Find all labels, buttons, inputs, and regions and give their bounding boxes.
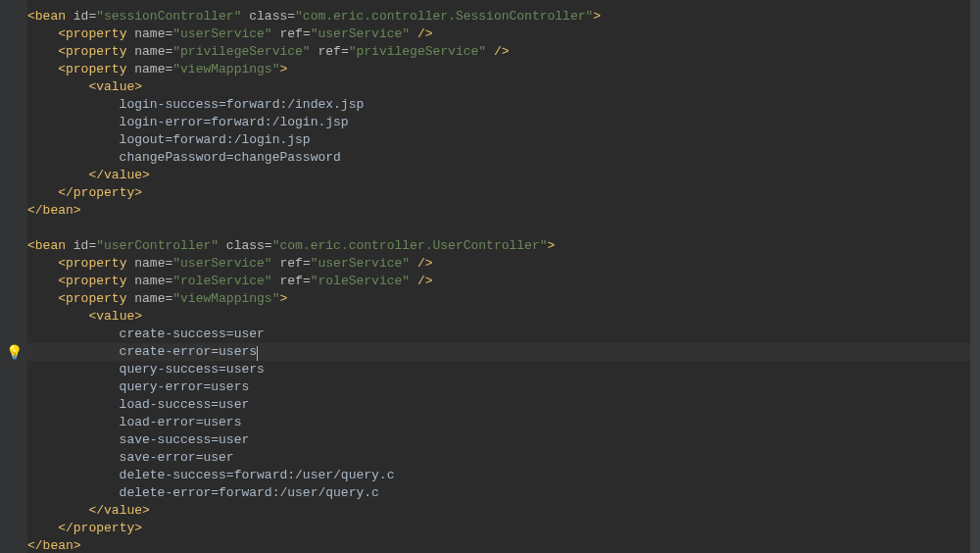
xml-tag: > [279, 62, 287, 76]
xml-tag: </value> [88, 168, 149, 182]
xml-text: load-success=user [27, 397, 249, 412]
xml-attr: ref= [272, 26, 311, 41]
xml-attr: class= [241, 9, 295, 24]
xml-tag: <property [58, 291, 134, 306]
xml-text: save-error=user [27, 450, 234, 465]
xml-tag: /> [486, 44, 509, 59]
editor-gutter [0, 0, 27, 553]
xml-text: load-error=users [27, 415, 241, 429]
xml-tag: <bean [27, 238, 74, 253]
xml-tag: </value> [88, 503, 149, 518]
xml-tag: </property> [58, 521, 142, 535]
xml-text: create-error=user [27, 344, 249, 359]
xml-attr: ref= [272, 256, 311, 271]
xml-value: "roleService" [311, 274, 410, 288]
xml-tag: <property [58, 62, 134, 76]
xml-text: login-success=forward:/index.jsp [27, 97, 364, 112]
xml-attr: id= [74, 238, 96, 253]
xml-tag: <value> [88, 309, 142, 324]
text-cursor [257, 346, 258, 361]
xml-attr: name= [134, 256, 172, 271]
xml-tag: <bean [27, 9, 74, 24]
xml-value: "userController" [96, 238, 219, 253]
xml-tag: <property [58, 26, 134, 41]
xml-tag: </property> [58, 185, 142, 200]
xml-value: "roleService" [172, 274, 271, 288]
xml-tag: > [593, 9, 601, 24]
xml-value: "com.eric.controller.UserController" [272, 238, 548, 253]
xml-text: login-error=forward:/login.jsp [27, 115, 349, 129]
xml-attr: name= [134, 291, 172, 306]
xml-value: "userService" [172, 26, 271, 41]
xml-text: query-success=users [27, 362, 265, 377]
xml-text: create-success=user [27, 327, 265, 341]
xml-text: logout=forward:/login.jsp [27, 132, 311, 147]
xml-tag: /> [410, 26, 432, 41]
xml-value: "privilegeService" [172, 44, 310, 59]
xml-value: "viewMappings" [172, 62, 279, 76]
xml-tag: <property [58, 256, 134, 271]
xml-text: delete-error=forward:/user/query.c [27, 485, 379, 500]
xml-value: "userService" [311, 26, 410, 41]
xml-value: "userService" [172, 256, 271, 271]
code-editor-content[interactable]: <bean id="sessionController" class="com.… [27, 8, 601, 553]
xml-attr: name= [134, 274, 172, 288]
xml-text: s [249, 344, 257, 359]
xml-value: "privilegeService" [349, 44, 486, 59]
vertical-scrollbar[interactable] [970, 0, 980, 553]
xml-tag: </bean> [27, 203, 81, 218]
xml-text: query-error=users [27, 379, 249, 394]
xml-value: "userService" [311, 256, 410, 271]
intention-bulb-icon[interactable]: 💡 [6, 344, 20, 358]
xml-value: "com.eric.controller.SessionController" [295, 9, 593, 24]
xml-text: delete-success=forward:/user/query.c [27, 468, 394, 482]
xml-tag: <property [58, 44, 134, 59]
xml-attr: name= [134, 62, 172, 76]
xml-tag: /> [410, 256, 432, 271]
xml-value: "sessionController" [96, 9, 241, 24]
xml-tag: /> [410, 274, 432, 288]
xml-attr: ref= [272, 274, 311, 288]
xml-text: changePassword=changePassword [27, 150, 341, 165]
xml-attr: id= [74, 9, 96, 24]
xml-tag: </bean> [27, 538, 81, 553]
xml-attr: name= [134, 44, 172, 59]
xml-attr: class= [219, 238, 272, 253]
xml-tag: <property [58, 274, 134, 288]
xml-tag: > [548, 238, 556, 253]
xml-attr: name= [134, 26, 172, 41]
xml-attr: ref= [311, 44, 349, 59]
xml-tag: > [279, 291, 287, 306]
xml-value: "viewMappings" [172, 291, 279, 306]
xml-tag: <value> [88, 79, 142, 94]
xml-text: save-success=user [27, 432, 249, 447]
